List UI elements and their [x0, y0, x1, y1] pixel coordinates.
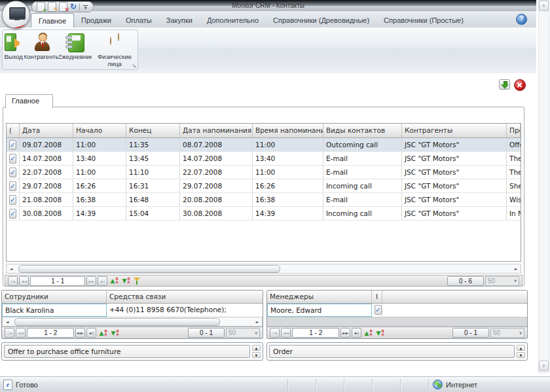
employee-name-cell[interactable]: Black Karolina: [2, 304, 107, 317]
manager-row[interactable]: Moore, Edward ✓: [267, 304, 527, 317]
next-page-button[interactable]: ►►: [340, 328, 350, 338]
column-header-remind-date[interactable]: Дата напоминания: [180, 124, 253, 137]
next-page-button[interactable]: ►►: [86, 276, 96, 286]
column-header-employees[interactable]: Сотрудники: [2, 291, 107, 303]
record-range-indicator[interactable]: 0 - 6: [447, 276, 484, 286]
ribbon-tab-glavnoe[interactable]: Главное: [31, 13, 74, 28]
ribbon-tab-spravochniki-drevovidnye[interactable]: Справочники (Древовидные): [266, 13, 376, 28]
status-cell: [400, 379, 428, 391]
new-record-button[interactable]: +: [37, 2, 45, 12]
page-indicator[interactable]: 1 - 2: [27, 328, 74, 338]
column-header-contact-means[interactable]: Средства связи: [107, 291, 263, 303]
internet-zone-cell: Интернет: [428, 379, 533, 391]
edit-record-button[interactable]: ✎: [48, 2, 56, 12]
column-header-select[interactable]: (: [7, 124, 20, 137]
checkbox-checked-icon[interactable]: ✓: [9, 140, 16, 150]
record-range-indicator[interactable]: 0 - 1: [452, 328, 489, 338]
prev-page-button[interactable]: ◄◄: [16, 328, 26, 338]
exit-button[interactable]: Выход: [3, 30, 24, 69]
scroll-right-button[interactable]: ►: [511, 264, 521, 273]
last-page-button[interactable]: ►|: [352, 328, 361, 338]
table-row[interactable]: ✓ 21.08.2008 16:38 16:48 20.08.2008 16:3…: [7, 193, 521, 207]
delete-record-button[interactable]: ✕: [59, 2, 67, 12]
dialog-launcher-icon[interactable]: ↘: [132, 63, 136, 69]
scrollbar-thumb[interactable]: [14, 318, 220, 326]
next-page-button[interactable]: ►►: [75, 328, 85, 338]
subject-field[interactable]: Offer to purchase office furniture: [4, 345, 250, 358]
scroll-down-button[interactable]: ∨: [539, 361, 549, 371]
sort-descending-icon[interactable]: ▼ ЯА: [109, 328, 120, 338]
ribbon-tab-prodazhi[interactable]: Продажи: [74, 13, 119, 28]
ribbon-tab-dopolnitelno[interactable]: Дополнительно: [200, 13, 266, 28]
page-size-select[interactable]: 50 ▼: [490, 328, 524, 338]
browser-vertical-scrollbar[interactable]: ∧ ∨: [538, 0, 549, 373]
prev-page-button[interactable]: ◄◄: [19, 276, 29, 286]
sort-ascending-icon[interactable]: ▲ ЯА: [363, 328, 373, 338]
contractors-button[interactable]: Контрагенты: [24, 30, 58, 69]
sort-ascending-icon[interactable]: ▲ ЯА: [109, 276, 119, 286]
crm-application-window: Monitor CRM - Контакты + ✎ ✕ ↻ ▼ Главное…: [0, 0, 536, 376]
last-page-button[interactable]: ►|: [98, 276, 107, 286]
scroll-left-button[interactable]: ◄: [3, 317, 12, 326]
scroll-right-button[interactable]: ►: [253, 317, 262, 326]
column-header-flag[interactable]: I: [372, 291, 382, 303]
checkbox-checked-icon[interactable]: ✓: [375, 305, 382, 315]
filter-icon[interactable]: [132, 276, 143, 286]
first-page-button[interactable]: |◄: [5, 328, 14, 338]
contacts-grid: ( Дата Начало Конец Дата напоминания Вре…: [6, 123, 521, 262]
sort-descending-icon[interactable]: ▼ ЯА: [120, 276, 131, 286]
ribbon-tab-zakupki[interactable]: Закупки: [159, 13, 200, 28]
page-indicator[interactable]: 1 - 2: [292, 328, 339, 338]
spin-up-button[interactable]: ▲: [517, 345, 525, 351]
checkbox-checked-icon[interactable]: ✓: [9, 181, 16, 191]
diary-button[interactable]: Ежедневник: [59, 30, 92, 69]
sort-ascending-icon[interactable]: ▲ ЯА: [98, 328, 108, 338]
column-header-remind-time[interactable]: Время напоминания: [253, 124, 323, 137]
first-page-button[interactable]: |◄: [8, 276, 18, 286]
individuals-button[interactable]: Физические лица: [92, 30, 138, 69]
download-button[interactable]: [499, 79, 510, 90]
last-page-button[interactable]: ►|: [86, 328, 96, 338]
checkbox-checked-icon[interactable]: ✓: [9, 154, 16, 164]
table-row[interactable]: ✓ 14.07.2008 13:40 13:45 14.07.2008 13:4…: [7, 152, 521, 166]
spin-down-button[interactable]: ▼: [252, 352, 261, 358]
manager-name-cell[interactable]: Moore, Edward: [267, 304, 372, 317]
page-size-select[interactable]: 50 ▼: [485, 276, 519, 286]
column-header-start[interactable]: Начало: [73, 124, 126, 137]
column-header-contractors[interactable]: Контрагенты: [402, 124, 507, 137]
record-range-indicator[interactable]: 0 - 1: [188, 328, 225, 338]
help-button[interactable]: ?: [516, 14, 527, 25]
sort-descending-icon[interactable]: ▼ ЯА: [375, 328, 385, 338]
table-row[interactable]: ✓ 29.07.2008 16:26 16:31 29.07.2008 16:2…: [7, 179, 521, 193]
column-header-end[interactable]: Конец: [126, 124, 180, 137]
application-menu-button[interactable]: [2, 1, 30, 29]
column-header-subject[interactable]: Пре: [507, 124, 521, 137]
document-tab-glavnoe[interactable]: Главное: [5, 94, 53, 109]
ribbon-tab-oplaty[interactable]: Оплаты: [119, 13, 159, 28]
ribbon-tab-spravochniki-prostye[interactable]: Справочники (Простые): [376, 13, 471, 28]
page-size-select[interactable]: 50 ▼: [226, 328, 260, 338]
customize-toolbar-button[interactable]: ▼: [82, 5, 88, 9]
spin-down-button[interactable]: ▼: [517, 352, 525, 358]
close-record-button[interactable]: [514, 79, 526, 91]
first-page-button[interactable]: |◄: [270, 328, 280, 338]
scroll-left-button[interactable]: ◄: [7, 264, 16, 273]
prev-page-button[interactable]: ◄◄: [281, 328, 291, 338]
page-indicator[interactable]: 1 - 1: [30, 276, 85, 286]
table-row[interactable]: ✓ 30.08.2008 14:39 15:04 30.08.2008 14:3…: [7, 207, 521, 221]
table-row[interactable]: ✓ 22.07.2008 11:00 11:10 22.07.2008 11:0…: [7, 166, 521, 179]
status-cell: [287, 379, 316, 391]
refresh-button[interactable]: ↻: [70, 3, 77, 11]
checkbox-checked-icon[interactable]: ✓: [9, 209, 16, 219]
column-header-date[interactable]: Дата: [20, 124, 73, 137]
checkbox-checked-icon[interactable]: ✓: [9, 195, 16, 205]
scrollbar-thumb[interactable]: [18, 265, 280, 273]
column-header-contact-type[interactable]: Виды контактов: [323, 124, 402, 137]
checkbox-checked-icon[interactable]: ✓: [9, 168, 16, 177]
spin-up-button[interactable]: ▲: [252, 345, 261, 351]
column-header-managers[interactable]: Менеджеры: [267, 291, 372, 303]
order-field[interactable]: Order: [269, 345, 515, 358]
table-row[interactable]: ✓ 09.07.2008 11:00 11:35 08.07.2008 11:0…: [7, 138, 521, 152]
scroll-up-button[interactable]: ∧: [539, 1, 549, 11]
employee-row[interactable]: Black Karolina +44 (0)11 8958 6670(Telep…: [2, 304, 263, 317]
